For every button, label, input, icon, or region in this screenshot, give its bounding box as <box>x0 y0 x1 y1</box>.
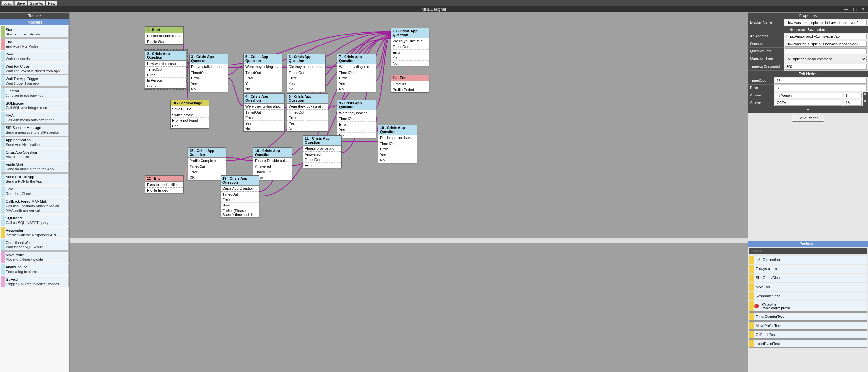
package-item[interactable]: InjectEventTest <box>749 339 867 348</box>
canvas-area[interactable]: 1 - Start Hostile ReconnaisanceProfile S… <box>70 12 748 372</box>
node-port[interactable]: Yes <box>378 152 416 158</box>
node-port[interactable]: TimedOut <box>244 70 282 75</box>
node-port[interactable]: TimedOut <box>244 110 284 115</box>
node-port[interactable]: No <box>244 87 282 92</box>
node-port[interactable]: Answered <box>303 151 341 157</box>
node-port[interactable]: No <box>391 61 429 66</box>
node-port[interactable]: Error <box>244 75 282 81</box>
node-port[interactable]: Error <box>221 197 259 203</box>
menu-saveas[interactable]: Save As <box>28 1 45 6</box>
node-port[interactable]: Error <box>287 75 325 81</box>
module-item[interactable]: Wait For App TriggerWait trigger from ap… <box>1 75 69 87</box>
node-port[interactable]: Earlier (Please Specify time and dat <box>221 208 259 217</box>
node-port[interactable]: TimedOut <box>253 169 291 175</box>
packages-list[interactable]: HALO questionTodays alarmSite Open/Close… <box>748 255 868 372</box>
save-preset-button[interactable]: Save Preset <box>792 114 824 122</box>
flow-node[interactable]: 3 - Crisis App Question Did you talk to … <box>189 54 228 92</box>
input-answer-text[interactable] <box>775 93 842 98</box>
package-item[interactable]: GoFetchTest <box>749 330 867 339</box>
node-port[interactable]: Answered <box>253 164 291 169</box>
module-item[interactable]: CallBack Failed MAA MultiCall back conta… <box>1 198 69 214</box>
module-item[interactable]: Crisis App QuestionAsk a question <box>1 149 69 160</box>
module-item[interactable]: MAACall with merlin auto attendant <box>1 112 69 124</box>
node-port[interactable]: TimedOut <box>378 141 416 146</box>
node-port[interactable]: No <box>337 87 376 92</box>
canvas-scrollbar[interactable] <box>70 238 748 243</box>
flow-node[interactable]: 12 - End Pass to merlin, fill report, ca… <box>145 175 184 193</box>
module-item[interactable]: HaloRun Halo Checks <box>1 185 69 197</box>
module-item[interactable]: WaitWait x seconds <box>1 50 69 62</box>
node-port[interactable]: No <box>190 87 228 92</box>
window-controls[interactable]: — ▢ ✕ <box>844 6 867 12</box>
package-item[interactable]: Site Open/Close <box>749 274 867 282</box>
node-port[interactable]: Now. <box>221 203 259 208</box>
module-item[interactable]: StartStart Point For Profile <box>1 26 69 38</box>
node-port[interactable]: Error <box>337 75 376 81</box>
packages-search[interactable] <box>749 248 867 254</box>
flow-node[interactable]: 9 - Crisis App Question Were they lookin… <box>337 100 376 138</box>
node-port[interactable]: Error <box>145 72 186 78</box>
node-port[interactable]: CCTV <box>145 83 186 89</box>
node-port[interactable]: Yes <box>244 121 284 126</box>
flow-node[interactable]: 8 - Crisis App Question Were they lookin… <box>287 93 328 132</box>
node-port[interactable]: No <box>244 126 284 131</box>
input-questioninfo[interactable] <box>785 48 867 54</box>
add-answer-button[interactable]: + <box>748 106 868 112</box>
node-port[interactable]: Error <box>188 169 226 175</box>
node-port[interactable]: TimedOut <box>190 70 228 75</box>
delete-answer-button[interactable]: ✕ <box>863 92 868 99</box>
module-item[interactable]: Audio AlertSend an audio alert to the Ap… <box>1 161 69 173</box>
package-item[interactable]: MAA Test <box>749 283 867 291</box>
module-item[interactable]: AlarmConLogEnter a log to alarmcon <box>1 264 69 275</box>
node-port[interactable]: Error <box>190 75 228 81</box>
input-answer-target[interactable] <box>844 93 862 98</box>
node-port[interactable]: TimedOut <box>337 70 376 75</box>
node-port[interactable]: Profile Ended <box>145 188 183 193</box>
menu-save[interactable]: Save <box>14 1 27 6</box>
node-port[interactable]: Switch profile <box>170 112 209 118</box>
module-item[interactable]: EndEnd Point For Profile <box>1 38 69 50</box>
flow-node[interactable]: 5 - Crisis App Question Were they asking… <box>244 54 282 92</box>
node-port[interactable]: Yes <box>287 81 325 87</box>
node-port[interactable]: TimedOut <box>145 67 186 72</box>
flow-node[interactable]: 14 - End TimeOutProfile Ended <box>391 74 430 93</box>
node-port[interactable]: Yes <box>244 81 282 87</box>
module-item[interactable]: ResponderInteract with the Responder API <box>1 227 69 238</box>
node-port[interactable]: No <box>287 87 325 92</box>
node-port[interactable]: Error <box>287 115 328 121</box>
input-apiaddress[interactable] <box>785 34 867 39</box>
module-item[interactable]: SQLInsertCall an SQL INSERT query <box>1 214 69 226</box>
module-item[interactable]: Send PDF To AppSend a PDF to the App <box>1 173 69 185</box>
node-port[interactable]: TimedOut <box>391 44 429 50</box>
package-item[interactable]: ResponderTest <box>749 292 867 300</box>
node-port[interactable]: Error <box>303 163 341 168</box>
input-displayname[interactable] <box>785 20 867 26</box>
node-port[interactable]: TimedOut <box>221 192 259 197</box>
node-port[interactable]: TimedOut <box>188 164 226 169</box>
flow-node[interactable]: 13 - Crisis App Question Would you like … <box>391 28 430 66</box>
package-item[interactable]: Todays alarm <box>749 265 867 273</box>
node-port[interactable]: Error <box>244 115 284 121</box>
menu-load[interactable]: Load <box>1 1 13 6</box>
menu-new[interactable]: New <box>46 1 58 6</box>
node-port[interactable]: TimedOut <box>337 116 376 122</box>
package-item[interactable]: PA profilePanic alarm profile <box>749 301 867 312</box>
node-port[interactable]: Yes <box>287 121 328 126</box>
node-port[interactable]: No <box>378 158 416 163</box>
node-port[interactable]: Error <box>337 122 376 127</box>
flow-node[interactable]: 1 - Start Hostile ReconnaisanceProfile S… <box>145 27 184 44</box>
flow-node[interactable]: 18 - LoadPackage Save CCTVSwitch profile… <box>170 100 209 129</box>
flow-node[interactable]: 7 - Crisis App Question Were they disgui… <box>337 54 376 92</box>
node-port[interactable]: No <box>287 126 328 131</box>
flow-node[interactable]: 2 - Crisis App Question How was the susp… <box>145 50 186 89</box>
input-error[interactable] <box>775 85 867 91</box>
node-port[interactable]: Profile Ended <box>391 87 429 92</box>
node-port[interactable]: No <box>337 133 376 138</box>
node-port[interactable]: In Person <box>145 78 186 83</box>
package-item[interactable]: TimerCounterTest <box>749 312 867 321</box>
node-port[interactable]: Yes <box>391 55 429 61</box>
select-questiontype[interactable]: Multiple choice no comment <box>785 56 867 62</box>
node-port[interactable]: Yes <box>337 127 376 133</box>
input-answer-target[interactable] <box>844 100 862 105</box>
node-port[interactable]: TimedOut <box>303 157 341 163</box>
